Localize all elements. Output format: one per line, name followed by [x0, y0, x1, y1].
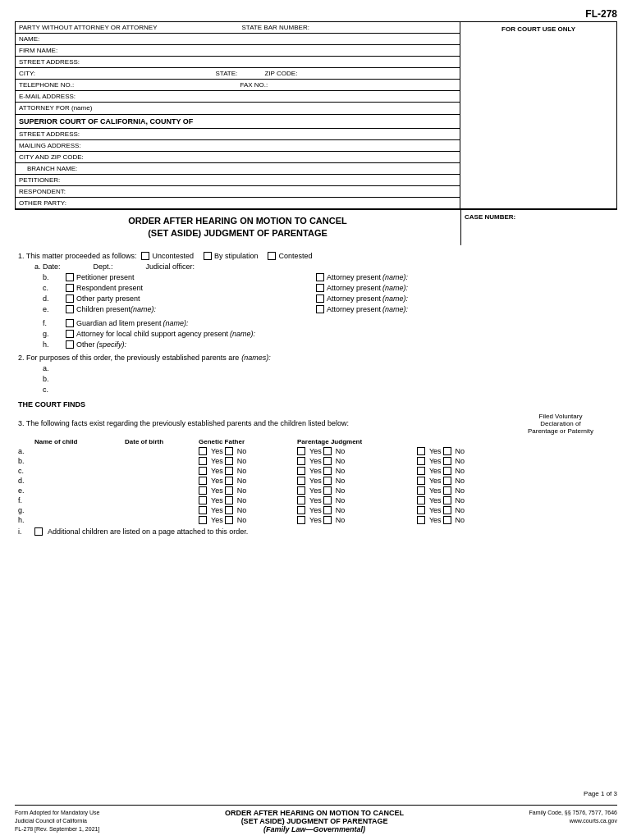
filed-yes-a-checkbox[interactable] [417, 447, 425, 455]
parentage-yes-h[interactable] [297, 516, 305, 524]
filed-no-d[interactable] [443, 477, 451, 485]
parentage-no-h[interactable] [323, 516, 332, 524]
other-party-present-checkbox[interactable] [66, 294, 74, 303]
state-label: STATE: [211, 70, 260, 77]
court-header: SUPERIOR COURT OF CALIFORNIA, COUNTY OF [16, 115, 460, 129]
genetic-yes-a-checkbox[interactable] [199, 447, 207, 455]
genetic-yes-f[interactable] [199, 496, 207, 504]
filed-no-g[interactable] [443, 506, 451, 514]
filed-no-e[interactable] [443, 486, 451, 495]
genetic-no-g[interactable] [225, 506, 233, 514]
petitioner-present-checkbox[interactable] [66, 273, 74, 281]
local-support-italic: (name): [230, 330, 255, 338]
by-stipulation-checkbox[interactable] [204, 252, 212, 260]
parentage-yes-c[interactable] [297, 467, 305, 475]
parentage-no-e[interactable] [323, 486, 332, 495]
filed-yes-b[interactable] [417, 457, 425, 465]
genetic-no-a-checkbox[interactable] [225, 447, 233, 455]
children-present-italic: (name): [131, 305, 156, 313]
genetic-no-e[interactable] [225, 486, 233, 495]
court-branch-label: BRANCH NAME: [19, 165, 77, 172]
filed-no-h[interactable] [443, 516, 451, 524]
genetic-yes-c[interactable] [199, 467, 207, 475]
filed-yes-c[interactable] [417, 467, 425, 475]
row-h-letter: h. [18, 516, 34, 524]
by-stipulation-label: By stipulation [214, 252, 259, 260]
court-branch-row: BRANCH NAME: [16, 163, 460, 175]
filed-no-f[interactable] [443, 496, 451, 504]
row-a-letter: a. [18, 447, 34, 455]
row-i-letter: i. [18, 527, 34, 536]
guardian-checkbox[interactable] [66, 319, 74, 327]
genetic-yes-d[interactable] [199, 477, 207, 485]
row-g-letter: g. [18, 506, 34, 514]
filed-no-c[interactable] [443, 467, 451, 475]
filed-yes-f[interactable] [417, 496, 425, 504]
attorney-c-checkbox[interactable] [316, 284, 324, 292]
sub-e-letter: e. [43, 305, 66, 313]
filed-yes-d[interactable] [417, 477, 425, 485]
fax-label: FAX NO.: [236, 81, 457, 89]
attorney-b-label: Attorney present [327, 273, 381, 281]
row-f-letter: f. [18, 496, 34, 504]
yes-label2: Yes [309, 447, 322, 455]
genetic-yes-h[interactable] [199, 516, 207, 524]
table-row: e. YesNo YesNo YesNo [18, 486, 614, 495]
tel-label: TELEPHONE NO.: [19, 81, 236, 89]
contested-checkbox[interactable] [268, 252, 276, 260]
local-support-checkbox[interactable] [66, 330, 74, 338]
attorney-e-checkbox[interactable] [316, 305, 324, 313]
filed-no-b[interactable] [443, 457, 451, 465]
additional-children-checkbox[interactable] [34, 527, 43, 536]
genetic-yes-g[interactable] [199, 506, 207, 514]
genetic-yes-b[interactable] [199, 457, 207, 465]
genetic-no-f[interactable] [225, 496, 233, 504]
state-bar-label: STATE BAR NUMBER: [234, 24, 457, 31]
genetic-no-c[interactable] [225, 467, 233, 475]
attorney-b-checkbox[interactable] [316, 273, 324, 281]
filed-yes-g[interactable] [417, 506, 425, 514]
page-number: Page 1 of 3 [584, 790, 617, 797]
city-label: CITY: [19, 70, 211, 77]
petitioner-label: PETITIONER: [19, 176, 60, 184]
sub-d-letter: d. [43, 294, 66, 303]
genetic-no-b[interactable] [225, 457, 233, 465]
attorney-field-row: ATTORNEY FOR (name) [16, 103, 460, 114]
genetic-yes-e[interactable] [199, 486, 207, 495]
filed-yes-h[interactable] [417, 516, 425, 524]
court-mailing-label: MAILING ADDRESS: [19, 142, 81, 149]
court-mailing-row: MAILING ADDRESS: [16, 140, 460, 152]
respondent-present-label: Respondent present [76, 284, 143, 292]
filed-no-a-checkbox[interactable] [443, 447, 451, 455]
other-checkbox[interactable] [66, 340, 74, 349]
parentage-no-b[interactable] [323, 457, 332, 465]
genetic-no-d[interactable] [225, 477, 233, 485]
respondent-present-checkbox[interactable] [66, 284, 74, 292]
petitioner-row: PETITIONER: [16, 175, 460, 186]
parentage-yes-g[interactable] [297, 506, 305, 514]
parentage-no-f[interactable] [323, 496, 332, 504]
item2-italic: (names): [241, 354, 271, 362]
parentage-no-d[interactable] [323, 477, 332, 485]
court-city-zip-row: CITY AND ZIP CODE: [16, 152, 460, 163]
parentage-no-c[interactable] [323, 467, 332, 475]
guardian-label: Guardian ad litem present [76, 319, 162, 327]
parentage-no-g[interactable] [323, 506, 332, 514]
children-present-checkbox[interactable] [66, 305, 74, 313]
row-c-letter: c. [18, 467, 34, 475]
parentage-yes-a-checkbox[interactable] [297, 447, 305, 455]
firm-label: FIRM NAME: [19, 47, 57, 54]
genetic-no-h[interactable] [225, 516, 233, 524]
yes-label3: Yes [429, 447, 442, 455]
parentage-yes-f[interactable] [297, 496, 305, 504]
uncontested-checkbox[interactable] [141, 252, 149, 260]
form-title-line1: ORDER AFTER HEARING ON MOTION TO CANCEL [18, 215, 457, 227]
parentage-yes-e[interactable] [297, 486, 305, 495]
parentage-yes-b[interactable] [297, 457, 305, 465]
parentage-no-a-checkbox[interactable] [323, 447, 332, 455]
footer-title-line2: (SET ASIDE) JUDGMENT OF PARENTAGE [100, 817, 529, 825]
filed-yes-e[interactable] [417, 486, 425, 495]
attorney-d-checkbox[interactable] [316, 294, 324, 303]
parentage-yes-d[interactable] [297, 477, 305, 485]
no-label: No [237, 447, 247, 455]
